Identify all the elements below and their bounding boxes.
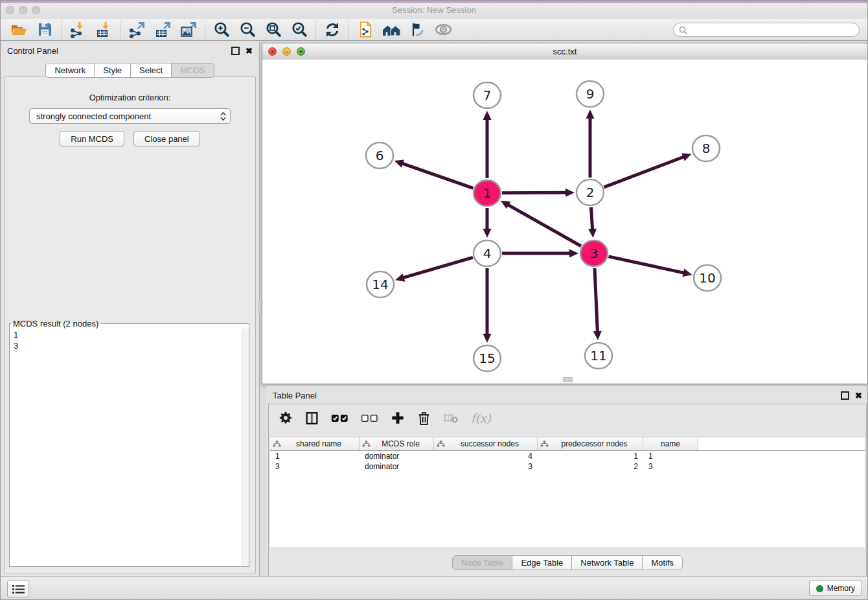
open-folder-icon <box>10 22 27 38</box>
tab-edge-table[interactable]: Edge Table <box>512 555 572 570</box>
column-header-label: shared name <box>281 439 356 448</box>
mcds-result-fieldset: MCDS result (2 nodes) 1 3 <box>9 319 249 567</box>
split-column-icon <box>305 411 319 425</box>
graph-node-label: 1 <box>483 185 492 201</box>
mcds-panel: Optimization criterion: strongly connect… <box>4 76 256 573</box>
show-all-button[interactable] <box>430 20 456 40</box>
list-icon <box>12 584 25 594</box>
split-column-button[interactable] <box>305 411 319 425</box>
table-settings-button[interactable] <box>279 411 293 425</box>
graph-node-6[interactable]: 6 <box>366 143 393 168</box>
network-canvas[interactable]: 1234678910111415 <box>262 60 867 384</box>
export-image-button[interactable] <box>176 20 201 40</box>
graph-node-4[interactable]: 4 <box>474 240 501 266</box>
task-history-button[interactable] <box>7 581 29 597</box>
import-table-icon <box>95 21 112 38</box>
refresh-layout-button[interactable] <box>319 20 345 40</box>
control-panel-header: Control Panel ✖ <box>1 41 259 60</box>
graph-edge-3-11[interactable] <box>593 268 602 340</box>
tab-mcds[interactable]: MCDS <box>171 63 214 78</box>
table-row-2[interactable]: 3dominator323 <box>270 461 865 472</box>
node-table: shared nameMCDS rolesuccessor nodesprede… <box>270 437 865 547</box>
graph-edge-3-1[interactable] <box>501 201 581 246</box>
close-panel-icon[interactable]: ✖ <box>246 47 253 55</box>
zoom-selected-button[interactable] <box>286 20 312 40</box>
graph-edge-2-8[interactable] <box>604 153 692 187</box>
graph-edge-4-14[interactable] <box>395 257 473 281</box>
tab-node-table[interactable]: Node Table <box>452 555 513 570</box>
graph-edge-3-10[interactable] <box>608 257 692 277</box>
graph-node-14[interactable]: 14 <box>367 271 394 297</box>
tab-network-table[interactable]: Network Table <box>571 555 643 570</box>
close-table-panel-icon[interactable]: ✖ <box>855 391 862 400</box>
graph-node-7[interactable]: 7 <box>474 82 501 108</box>
column-header-mcds-role[interactable]: MCDS role <box>360 437 434 450</box>
memory-button[interactable]: Memory <box>809 581 862 596</box>
function-builder-button[interactable]: f(x) <box>471 411 491 425</box>
optimization-criterion-select[interactable]: strongly connected component <box>29 108 231 124</box>
control-panel-tabs: NetworkStyleSelectMCDS <box>1 63 259 78</box>
graph-node-3[interactable]: 3 <box>580 240 608 266</box>
tab-select[interactable]: Select <box>130 63 172 78</box>
graph-edge-2-3[interactable] <box>588 207 597 238</box>
table-panel-box: f(x) shared nameMCDS rolesuccessor nodes… <box>268 404 867 577</box>
search-input[interactable] <box>691 25 854 35</box>
float-table-panel-icon[interactable] <box>841 391 849 400</box>
graph-edge-1-2[interactable] <box>502 189 575 197</box>
table-panel-tabs: Node TableEdge TableNetwork TableMotifs <box>269 555 866 570</box>
cell-predecessor-nodes: 2 <box>538 462 643 471</box>
graph-edge-1-4[interactable] <box>483 208 492 238</box>
network-window-grip[interactable] <box>563 377 573 382</box>
result-scrollbar[interactable] <box>242 329 249 566</box>
export-table-button[interactable] <box>150 20 176 40</box>
column-header-successor-nodes[interactable]: successor nodes <box>434 437 538 450</box>
graph-edge-4-3[interactable] <box>502 249 578 258</box>
run-mcds-button[interactable]: Run MCDS <box>60 131 124 146</box>
tab-style[interactable]: Style <box>94 63 131 78</box>
deselect-all-button[interactable] <box>361 413 378 423</box>
column-header-shared-name[interactable]: shared name <box>270 437 360 450</box>
control-panel: Control Panel ✖ NetworkStyleSelectMCDS O… <box>1 41 260 577</box>
open-session-button[interactable] <box>6 20 32 40</box>
graph-node-9[interactable]: 9 <box>577 81 604 107</box>
graph-node-1[interactable]: 1 <box>474 180 501 206</box>
delete-table-button[interactable] <box>443 412 459 424</box>
tab-motifs[interactable]: Motifs <box>642 555 683 570</box>
add-column-button[interactable] <box>391 411 405 425</box>
graph-node-label: 9 <box>586 86 595 102</box>
import-table-button[interactable] <box>91 20 117 40</box>
graph-edge-2-9[interactable] <box>586 110 595 178</box>
delete-column-button[interactable] <box>417 411 431 426</box>
graph-node-2[interactable]: 2 <box>577 179 604 205</box>
houses-icon <box>382 22 401 38</box>
close-panel-button[interactable]: Close panel <box>133 131 200 146</box>
table-row-1[interactable]: 1dominator411 <box>270 451 865 461</box>
graph-edge-4-15[interactable] <box>483 268 492 343</box>
add-icon <box>391 411 405 425</box>
column-header-predecessor-nodes[interactable]: predecessor nodes <box>538 437 643 450</box>
column-header-name[interactable]: name <box>643 437 698 450</box>
toolbar-separator <box>205 21 205 39</box>
graph-edge-1-7[interactable] <box>483 111 492 178</box>
titlebar: Session: New Session <box>1 1 867 19</box>
mcds-result-text[interactable]: 1 3 <box>10 329 242 566</box>
new-network-from-selection-button[interactable] <box>352 20 378 40</box>
save-session-button[interactable] <box>32 20 58 40</box>
float-panel-icon[interactable] <box>231 47 240 55</box>
export-network-button[interactable] <box>124 20 150 40</box>
import-network-button[interactable] <box>65 20 91 40</box>
zoom-in-button[interactable] <box>209 20 234 40</box>
graph-node-10[interactable]: 10 <box>694 265 721 291</box>
first-neighbors-button[interactable] <box>378 20 404 40</box>
zoom-fit-button[interactable] <box>260 20 286 40</box>
graph-node-11[interactable]: 11 <box>585 343 612 369</box>
graph-node-8[interactable]: 8 <box>692 135 720 161</box>
hide-selected-button[interactable] <box>404 20 430 40</box>
select-all-button[interactable] <box>331 413 348 423</box>
graph-node-15[interactable]: 15 <box>474 345 501 371</box>
network-graph-svg[interactable]: 1234678910111415 <box>262 60 867 384</box>
zoom-out-button[interactable] <box>234 20 260 40</box>
status-bar: Memory <box>1 576 867 599</box>
graph-edge-1-6[interactable] <box>394 159 474 188</box>
tab-network[interactable]: Network <box>45 63 95 78</box>
